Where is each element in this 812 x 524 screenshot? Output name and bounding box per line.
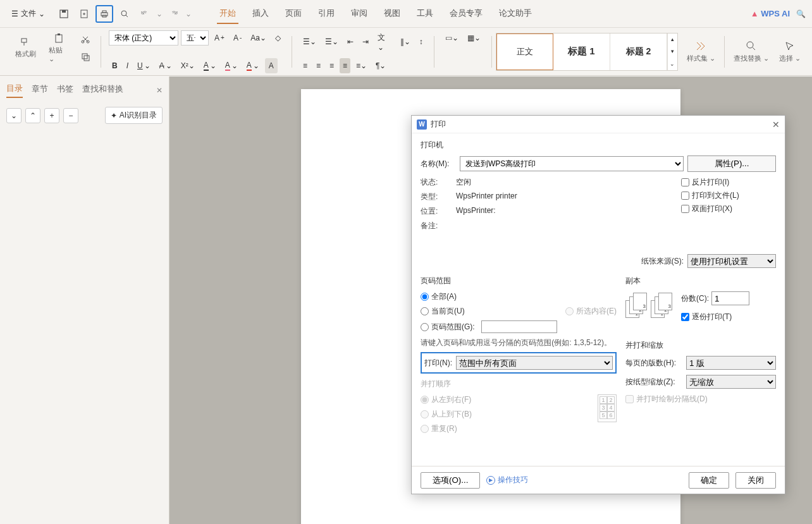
tab-start[interactable]: 开始: [217, 4, 238, 24]
range-current-radio[interactable]: [421, 307, 429, 315]
printer-properties-button[interactable]: 属性(P)...: [687, 155, 776, 172]
save-button[interactable]: [55, 5, 73, 23]
italic-button[interactable]: I: [123, 58, 132, 73]
tab-review[interactable]: 审阅: [348, 4, 370, 24]
print-n-select[interactable]: 范围中所有页面: [456, 356, 613, 370]
print-preview-button[interactable]: [116, 5, 133, 23]
shading-button[interactable]: A: [265, 58, 278, 73]
shape-fill-button[interactable]: ▭⌄: [442, 30, 462, 46]
bold-button[interactable]: B: [109, 58, 121, 73]
paper-source-select[interactable]: 使用打印机设置: [687, 254, 776, 268]
redo-button[interactable]: [165, 5, 183, 23]
pages-per-sheet-select[interactable]: 1 版: [686, 356, 776, 370]
tab-ref[interactable]: 引用: [316, 4, 337, 24]
add-button[interactable]: +: [44, 108, 59, 123]
navtab-bookmark[interactable]: 书签: [57, 83, 73, 97]
navtab-toc[interactable]: 目录: [6, 83, 23, 98]
change-case-button[interactable]: Aa⌄: [247, 30, 269, 46]
order-ttb-label: 从上到下(B): [431, 409, 472, 420]
options-button[interactable]: 选项(O)...: [421, 472, 480, 489]
tips-link[interactable]: ▶操作技巧: [486, 475, 528, 485]
find-replace-button[interactable]: 查找替换 ⌄: [729, 37, 774, 66]
order-ltr-radio: [421, 396, 429, 404]
tab-page[interactable]: 页面: [283, 4, 304, 24]
style-heading2[interactable]: 标题 2: [610, 34, 667, 70]
navtab-find[interactable]: 查找和替换: [82, 83, 123, 97]
style-heading1[interactable]: 标题 1: [553, 34, 610, 70]
paste-button[interactable]: 粘贴 ⌄: [44, 30, 75, 66]
printer-name-select[interactable]: 发送到WPS高级打印: [460, 156, 684, 171]
style-up-icon[interactable]: ▴: [668, 36, 677, 42]
ai-toc-button[interactable]: ✦AI识别目录: [105, 107, 163, 124]
navpane-close-icon[interactable]: ✕: [156, 86, 163, 95]
grow-font-button[interactable]: A+: [211, 30, 228, 46]
table-button[interactable]: ▦⌄: [464, 30, 484, 46]
scale-to-paper-select[interactable]: 无缩放: [686, 375, 776, 389]
page-range-input[interactable]: [481, 320, 557, 333]
tab-insert[interactable]: 插入: [250, 4, 271, 24]
copies-input[interactable]: [711, 291, 749, 305]
page-range-section-label: 页码范围: [421, 276, 617, 286]
increase-indent-button[interactable]: ⇥: [359, 34, 372, 49]
shrink-font-button[interactable]: A-: [230, 30, 245, 46]
duplex-checkbox[interactable]: [681, 205, 689, 213]
tab-tool[interactable]: 工具: [414, 4, 436, 24]
reverse-print-checkbox[interactable]: [681, 178, 689, 186]
collapse-button[interactable]: ⌄: [6, 108, 22, 123]
text-effect-button[interactable]: A⌄: [200, 58, 219, 73]
align-right-button[interactable]: ≡: [326, 58, 337, 73]
tab-thesis[interactable]: 论文助手: [496, 4, 534, 24]
align-justify-button[interactable]: ≡: [340, 58, 350, 73]
paragraph-settings-button[interactable]: ¶⌄: [372, 58, 389, 73]
wps-ai-button[interactable]: ▲ WPS AI: [751, 9, 790, 18]
file-menu[interactable]: ☰ 文件 ⌄: [6, 6, 50, 21]
print-to-file-checkbox[interactable]: [681, 192, 689, 200]
range-pages-radio[interactable]: [421, 323, 429, 331]
font-name-select[interactable]: 宋体 (正文): [109, 30, 178, 46]
dialog-close-icon[interactable]: ✕: [772, 119, 780, 130]
decrease-indent-button[interactable]: ⇤: [344, 34, 357, 49]
undo-button[interactable]: [136, 5, 154, 23]
line-spacing-button[interactable]: ‖⌄: [397, 34, 414, 49]
dialog-body: 打印机 名称(M): 发送到WPS高级打印 属性(P)... 状态:空闲 类型:…: [412, 133, 785, 466]
ok-button[interactable]: 确定: [689, 472, 729, 489]
sort-button[interactable]: ↕: [416, 34, 426, 49]
style-more-icon[interactable]: ⌄: [668, 61, 677, 67]
tab-member[interactable]: 会员专享: [447, 4, 485, 24]
collate-illustration: 1 2 3 1 2 3: [625, 293, 676, 324]
numbering-button[interactable]: ☰⌄: [322, 34, 341, 49]
search-icon[interactable]: 🔍: [796, 9, 806, 18]
align-left-button[interactable]: ≡: [300, 58, 311, 73]
distribute-button[interactable]: ≡⌄: [353, 58, 370, 73]
font-color-button[interactable]: A⌄: [243, 58, 262, 73]
print-button[interactable]: [95, 5, 113, 23]
export-button[interactable]: [75, 5, 93, 23]
clear-format-button[interactable]: ◇: [272, 30, 284, 46]
copy-button[interactable]: [78, 49, 93, 64]
bullets-button[interactable]: ☰⌄: [300, 34, 319, 49]
svg-rect-12: [82, 54, 87, 59]
superscript-button[interactable]: X²⌄: [178, 58, 198, 73]
format-painter-button[interactable]: 格式刷: [10, 34, 41, 61]
range-all-radio[interactable]: [421, 293, 429, 301]
duplex-label: 双面打印(X): [692, 204, 732, 214]
chevron-down-icon[interactable]: ⌄: [156, 9, 163, 18]
select-button[interactable]: 选择 ⌄: [774, 37, 806, 66]
cancel-button[interactable]: 关闭: [735, 472, 776, 489]
remove-button[interactable]: −: [63, 108, 78, 123]
style-down-icon[interactable]: ▾: [668, 48, 677, 54]
style-normal[interactable]: 正文: [496, 34, 553, 70]
expand-button[interactable]: ⌃: [25, 108, 40, 123]
style-set-button[interactable]: 样式集 ⌄: [682, 37, 720, 66]
text-direction-button[interactable]: 文⌄: [374, 30, 395, 54]
collate-checkbox[interactable]: [681, 313, 689, 321]
navtab-chapter[interactable]: 章节: [32, 83, 48, 97]
cut-button[interactable]: [78, 32, 93, 47]
underline-button[interactable]: U⌄: [134, 58, 154, 73]
strikethrough-button[interactable]: A⌄: [156, 58, 175, 73]
tab-view[interactable]: 视图: [381, 4, 403, 24]
highlight-button[interactable]: A⌄: [222, 58, 241, 73]
font-size-select[interactable]: 五号: [181, 30, 209, 46]
align-center-button[interactable]: ≡: [313, 58, 324, 73]
chevron-down-icon[interactable]: ⌄: [185, 9, 192, 18]
